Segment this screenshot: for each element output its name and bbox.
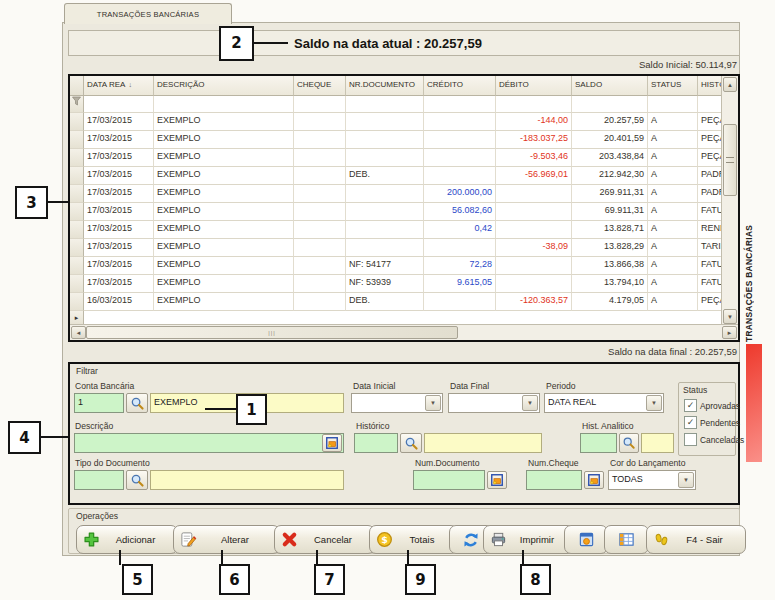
periodo-combo[interactable]: DATA REAL▼: [544, 393, 664, 413]
row-selector[interactable]: [70, 167, 84, 185]
num-documento-list-button[interactable]: [487, 471, 507, 489]
row-selector[interactable]: [70, 203, 84, 221]
adicionar-button[interactable]: Adicionar: [76, 525, 178, 554]
cancelar-button[interactable]: Cancelar: [274, 525, 375, 554]
grid-button[interactable]: [604, 525, 649, 554]
table-row[interactable]: 17/03/2015 EXEMPLO DEB. -56.969,01 212.9…: [70, 167, 722, 185]
callout-8-line: [522, 550, 524, 565]
column-header-cheque[interactable]: CHEQUE: [294, 76, 346, 96]
num-cheque-list-button[interactable]: [584, 471, 604, 489]
chevron-down-icon[interactable]: ▼: [678, 472, 694, 488]
horizontal-scroll-thumb[interactable]: |||: [86, 326, 458, 339]
hist-analitico-name-field[interactable]: [641, 433, 674, 453]
chevron-down-icon[interactable]: ▼: [522, 395, 538, 411]
main-tab[interactable]: TRANSAÇÕES BANCÁRIAS: [64, 3, 232, 24]
column-header-descricao[interactable]: DESCRIÇÃO: [154, 76, 294, 96]
cell-data: 16/03/2015: [84, 293, 154, 311]
conta-bancaria-lookup-button[interactable]: [126, 393, 148, 413]
thumb-grip: [726, 157, 734, 163]
status-checkbox-aprovadas[interactable]: ✓Aprovadas: [684, 399, 735, 412]
cell-debito: [496, 203, 572, 221]
cell-descricao: EXEMPLO: [154, 275, 294, 293]
hist-analitico-lookup-button[interactable]: [619, 433, 639, 453]
callout-2: 2: [219, 26, 254, 61]
table-row[interactable]: 17/03/2015 EXEMPLO -38,09 13.828,29 A TA…: [70, 239, 722, 257]
status-checkbox-pendentes[interactable]: ✓Pendentes: [684, 416, 735, 429]
column-header-documento[interactable]: NR.DOCUMENTO: [346, 76, 424, 96]
scroll-down-button[interactable]: ▼: [723, 309, 737, 324]
vertical-scroll-thumb[interactable]: [723, 124, 737, 196]
row-selector[interactable]: [70, 185, 84, 203]
vertical-scrollbar[interactable]: ▲ ▼: [721, 76, 738, 325]
grid-filter-row[interactable]: [70, 96, 722, 113]
column-header-credito[interactable]: CRÉDITO: [424, 76, 496, 96]
descricao-list-button[interactable]: [322, 434, 342, 452]
cor-lancamento-combo[interactable]: TODAS▼: [608, 470, 696, 490]
table-row[interactable]: 17/03/2015 EXEMPLO 0,42 13.828,71 A REND: [70, 221, 722, 239]
table-row[interactable]: 17/03/2015 EXEMPLO 200.000,00 269.911,31…: [70, 185, 722, 203]
historico-lookup-button[interactable]: [400, 433, 422, 453]
data-final-combo[interactable]: ▼: [448, 393, 540, 413]
row-selector[interactable]: [70, 113, 84, 131]
descricao-label: Descrição: [75, 421, 113, 431]
descricao-input[interactable]: [74, 433, 344, 453]
hist-analitico-code-input[interactable]: [580, 433, 617, 453]
row-selector[interactable]: [70, 275, 84, 293]
conta-bancaria-code-input[interactable]: 1: [74, 393, 124, 413]
horizontal-scrollbar[interactable]: ◄ ||| ►: [70, 324, 738, 340]
tipo-documento-name-field[interactable]: [150, 470, 344, 490]
column-header-debito[interactable]: DÉBITO: [496, 76, 572, 96]
column-header-historico[interactable]: HISTÓRICO: [698, 76, 722, 96]
table-row[interactable]: 17/03/2015 EXEMPLO NF: 54177 72,28 13.86…: [70, 257, 722, 275]
printer-icon: [490, 531, 507, 548]
row-selector[interactable]: [70, 239, 84, 257]
cell-data: 17/03/2015: [84, 203, 154, 221]
cell-cheque: [294, 257, 346, 275]
imprimir-button[interactable]: Imprimir: [483, 525, 574, 554]
table-row[interactable]: 17/03/2015 EXEMPLO -144,00 20.257,59 A P…: [70, 113, 722, 131]
table-row[interactable]: 17/03/2015 EXEMPLO -183.037,25 20.401,59…: [70, 131, 722, 149]
table-row[interactable]: 16/03/2015 EXEMPLO DEB. -120.363,57 4.17…: [70, 293, 722, 311]
data-inicial-label: Data Inicial: [353, 381, 396, 391]
row-selector[interactable]: [70, 149, 84, 167]
column-header-saldo[interactable]: SALDO: [572, 76, 648, 96]
side-tab[interactable]: TRANSAÇÕES BANCÁRIAS: [744, 222, 762, 344]
row-selector[interactable]: [70, 131, 84, 149]
sair-button[interactable]: F4 - Sair: [646, 525, 746, 554]
data-inicial-combo[interactable]: ▼: [351, 393, 443, 413]
tipo-documento-lookup-button[interactable]: [126, 470, 148, 490]
tipo-documento-code-input[interactable]: [74, 470, 124, 490]
num-documento-input[interactable]: [413, 470, 485, 490]
config-button[interactable]: [564, 525, 608, 554]
column-header-data[interactable]: DATA REA↓: [84, 76, 154, 96]
row-selector[interactable]: [70, 293, 84, 311]
chevron-down-icon[interactable]: ▼: [425, 395, 441, 411]
screen: TRANSAÇÕES BANCÁRIAS 2 Saldo na data atu…: [0, 0, 775, 600]
cell-historico: PADR: [698, 185, 722, 203]
callout-1-line: [205, 408, 236, 410]
cell-cheque: [294, 293, 346, 311]
row-selector[interactable]: [70, 221, 84, 239]
new-row-indicator[interactable]: ▸: [70, 311, 722, 325]
corner-selector[interactable]: [70, 76, 84, 96]
table-row[interactable]: 17/03/2015 EXEMPLO 56.082,60 69.911,31 A…: [70, 203, 722, 221]
row-selector[interactable]: [70, 257, 84, 275]
table-row[interactable]: 17/03/2015 EXEMPLO NF: 53939 9.615,05 13…: [70, 275, 722, 293]
historico-code-input[interactable]: [354, 433, 398, 453]
totais-button[interactable]: $ Totais: [369, 525, 458, 554]
alterar-button[interactable]: Alterar: [173, 525, 280, 554]
scroll-left-button[interactable]: ◄: [71, 326, 86, 339]
table-row[interactable]: 17/03/2015 EXEMPLO -9.503,46 203.438,84 …: [70, 149, 722, 167]
cell-documento: [346, 203, 424, 221]
status-checkbox-canceladas[interactable]: Canceladas: [684, 433, 735, 446]
chevron-down-icon[interactable]: ▼: [646, 395, 662, 411]
historico-name-field[interactable]: [424, 433, 542, 453]
scroll-up-button[interactable]: ▲: [723, 77, 737, 92]
column-header-status[interactable]: STATUS: [648, 76, 698, 96]
num-cheque-input[interactable]: [526, 470, 582, 490]
hist-analitico-label: Hist. Analitico: [582, 421, 634, 431]
plus-icon: [83, 531, 100, 548]
scroll-right-button[interactable]: ►: [722, 326, 737, 339]
cell-data: 17/03/2015: [84, 239, 154, 257]
cell-status: A: [648, 257, 698, 275]
